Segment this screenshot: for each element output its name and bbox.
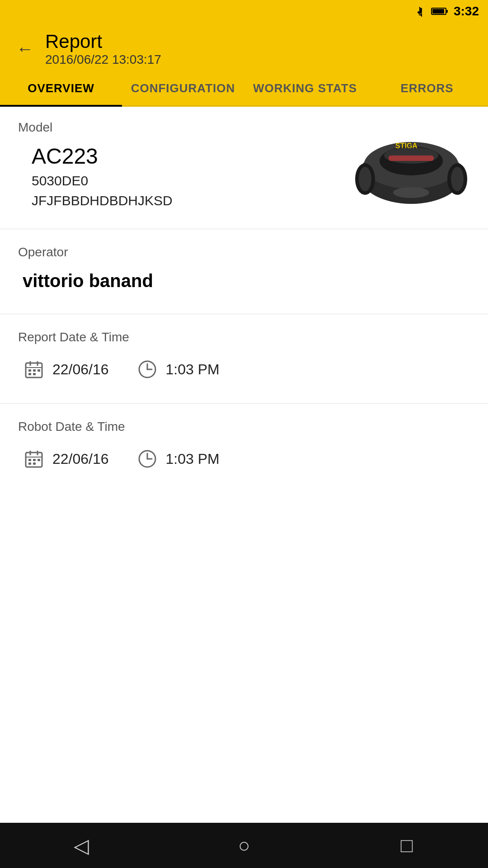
- robot-datetime-section: Robot Date & Time 22/06: [0, 408, 488, 488]
- svg-point-10: [451, 167, 464, 191]
- nav-recent-button[interactable]: □: [389, 827, 425, 863]
- svg-rect-2: [432, 9, 444, 14]
- battery-icon: [431, 5, 448, 18]
- tab-errors[interactable]: ERRORS: [366, 71, 488, 105]
- header: ← Report 2016/06/22 13:03:17: [0, 23, 488, 71]
- header-text: Report 2016/06/22 13:03:17: [45, 31, 161, 67]
- svg-point-8: [359, 167, 371, 191]
- nav-back-button[interactable]: ◁: [63, 827, 99, 863]
- operator-section: Operator vittorio banand: [0, 234, 488, 309]
- operator-name: vittorio banand: [23, 271, 470, 291]
- svg-rect-31: [33, 459, 36, 461]
- svg-rect-1: [446, 10, 448, 13]
- svg-rect-32: [38, 459, 40, 461]
- back-button[interactable]: ←: [14, 38, 36, 60]
- report-datetime: 2016/06/22 13:03:17: [45, 52, 161, 67]
- page-title: Report: [45, 31, 161, 52]
- model-name: AC223: [32, 144, 173, 169]
- tab-bar: OVERVIEW CONFIGURATION WORKING STATS ERR…: [0, 71, 488, 107]
- clock-icon: [136, 358, 159, 381]
- svg-rect-20: [38, 369, 40, 372]
- svg-rect-22: [33, 373, 36, 375]
- divider-report-datetime: [0, 403, 488, 404]
- svg-rect-21: [28, 373, 31, 375]
- operator-label: Operator: [18, 245, 470, 259]
- model-section: Model AC223 5030DE0 JFJFBBDHDBDHJKSD: [0, 107, 488, 224]
- tab-overview[interactable]: OVERVIEW: [0, 71, 122, 105]
- robot-date-item: 22/06/16: [23, 448, 109, 470]
- divider-operator: [0, 314, 488, 314]
- robot-datetime-row: 22/06/16 1:03 PM: [18, 448, 470, 470]
- robot-datetime-label: Robot Date & Time: [18, 420, 470, 434]
- robot-mower-image: STIGA: [352, 125, 470, 215]
- calendar-icon: [23, 358, 45, 381]
- robot-time-value: 1:03 PM: [166, 451, 220, 467]
- report-time-value: 1:03 PM: [166, 361, 220, 378]
- calendar-icon-2: [23, 448, 45, 470]
- model-code: 5030DE0: [32, 173, 173, 189]
- model-serial: JFJFBBDHDBDHJKSD: [32, 193, 173, 208]
- nav-recent-icon: □: [401, 834, 413, 857]
- robot-mower-svg: STIGA: [352, 125, 470, 215]
- nav-home-icon: ○: [238, 834, 250, 857]
- tab-working-stats[interactable]: WORKING STATS: [244, 71, 366, 105]
- bluetooth-icon: [413, 5, 426, 18]
- nav-home-button[interactable]: ○: [226, 827, 262, 863]
- svg-rect-34: [33, 462, 36, 465]
- robot-date-value: 22/06/16: [52, 451, 109, 467]
- tab-configuration[interactable]: CONFIGURATION: [122, 71, 244, 105]
- divider-model: [0, 229, 488, 229]
- svg-rect-18: [28, 369, 31, 372]
- nav-back-icon: ◁: [74, 834, 89, 857]
- robot-time-item: 1:03 PM: [136, 448, 220, 470]
- svg-rect-30: [28, 459, 31, 461]
- main-content: Model AC223 5030DE0 JFJFBBDHDBDHJKSD: [0, 107, 488, 488]
- status-icons: 3:32: [413, 4, 479, 19]
- back-arrow-icon: ←: [16, 39, 33, 59]
- bottom-navigation: ◁ ○ □: [0, 823, 488, 868]
- status-time: 3:32: [454, 4, 479, 19]
- status-bar: 3:32: [0, 0, 488, 23]
- report-time-item: 1:03 PM: [136, 358, 220, 381]
- report-datetime-row: 22/06/16 1:03 PM: [18, 358, 470, 381]
- report-date-item: 22/06/16: [23, 358, 109, 381]
- clock-icon-2: [136, 448, 159, 470]
- model-info: Model AC223 5030DE0 JFJFBBDHDBDHJKSD: [18, 120, 173, 208]
- svg-rect-19: [33, 369, 36, 372]
- svg-point-13: [384, 147, 438, 164]
- svg-rect-33: [28, 462, 31, 465]
- model-label: Model: [18, 120, 173, 135]
- report-date-value: 22/06/16: [52, 361, 109, 378]
- report-datetime-label: Report Date & Time: [18, 330, 470, 344]
- svg-point-11: [393, 187, 429, 198]
- report-datetime-section: Report Date & Time 22/0: [0, 319, 488, 399]
